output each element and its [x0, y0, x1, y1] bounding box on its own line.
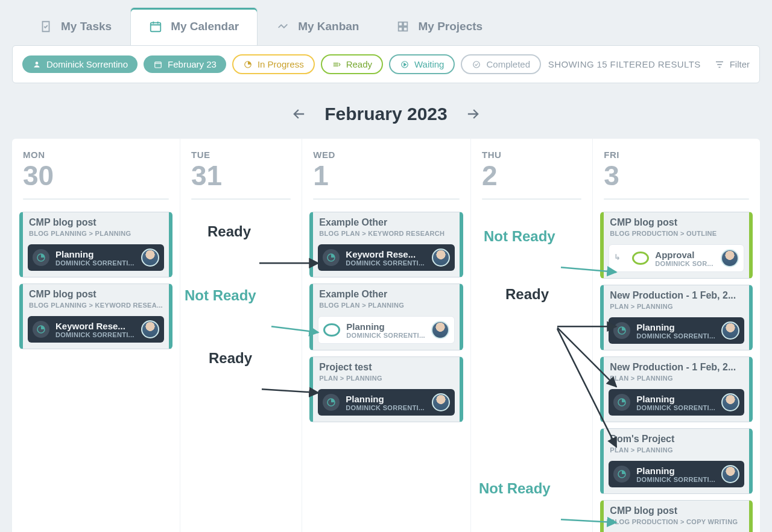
- card-title: New Production - 1 Feb, 2...: [610, 290, 743, 301]
- card-title: Dom's Project: [610, 434, 743, 445]
- next-month-button[interactable]: [464, 106, 481, 122]
- assignee-avatar: [431, 321, 449, 339]
- task-row[interactable]: Approval DOMINICK SOR...: [609, 244, 744, 272]
- card-breadcrumb: BLOG PLANNING > PLANNING: [29, 230, 163, 237]
- card-title: CMP blog post: [610, 505, 743, 516]
- status-inprogress-icon: [33, 321, 49, 338]
- day-of-week: FRI: [604, 150, 749, 160]
- pill-label: Completed: [486, 59, 530, 69]
- projects-icon: [396, 20, 410, 33]
- tab-my-projects[interactable]: My Projects: [378, 7, 501, 45]
- status-inprogress-icon: [613, 466, 630, 483]
- card-title: CMP blog post: [610, 217, 743, 228]
- filter-bar: Dominick Sorrentino February 23 In Progr…: [12, 45, 760, 83]
- task-name: Planning: [636, 322, 715, 332]
- results-count: SHOWING 15 FILTERED RESULTS: [548, 59, 701, 69]
- filter-user-pill[interactable]: Dominick Sorrentino: [22, 55, 138, 73]
- task-card[interactable]: New Production - 1 Feb, 2... PLAN > PLAN…: [600, 285, 753, 350]
- task-assignee: DOMINICK SORRENTI...: [55, 331, 135, 338]
- task-assignee: DOMINICK SORRENTI...: [636, 332, 715, 340]
- tab-my-tasks[interactable]: My Tasks: [21, 7, 130, 45]
- task-name: Approval: [655, 250, 715, 260]
- day-divider: [313, 198, 460, 200]
- completed-icon: [472, 60, 481, 69]
- calendar-column: FRI 3 CMP blog post BLOG PRODUCTION > OU…: [592, 139, 760, 532]
- top-tabs: My Tasks My Calendar My Kanban My Projec…: [0, 0, 772, 45]
- filter-inprogress-pill[interactable]: In Progress: [232, 54, 315, 74]
- task-name: Planning: [55, 249, 135, 259]
- waiting-icon: [400, 60, 410, 69]
- task-row[interactable]: Planning DOMINICK SORRENTI...: [609, 461, 744, 487]
- dependency-icon: [614, 252, 626, 264]
- task-assignee: DOMINICK SORRENTI...: [636, 404, 715, 411]
- svg-rect-0: [151, 23, 161, 32]
- day-number: 1: [313, 161, 460, 190]
- task-row[interactable]: Planning DOMINICK SORRENTI...: [609, 317, 744, 344]
- task-card[interactable]: Dom's Project PLAN > PLANNINGPlanning DO…: [600, 428, 753, 494]
- svg-point-9: [473, 61, 480, 68]
- card-title: Example Other: [319, 289, 454, 300]
- filter-completed-pill[interactable]: Completed: [461, 54, 541, 74]
- task-card[interactable]: Project test PLAN > PLANNINGPlanning DOM…: [309, 356, 463, 422]
- task-row[interactable]: Keyword Rese... DOMINICK SORRENTI...: [318, 244, 455, 271]
- task-card[interactable]: New Production - 1 Feb, 2... PLAN > PLAN…: [600, 356, 753, 422]
- task-assignee: DOMINICK SORRENTI...: [55, 259, 135, 267]
- day-number: 3: [604, 161, 749, 190]
- task-row[interactable]: Planning DOMINICK SORRENTI...: [28, 244, 164, 271]
- task-name: Keyword Rese...: [346, 249, 426, 259]
- svg-rect-6: [155, 62, 162, 67]
- task-row[interactable]: Planning DOMINICK SORRENTI...: [318, 389, 455, 416]
- pill-label: February 23: [168, 59, 217, 69]
- task-card[interactable]: CMP blog post BLOG PRODUCTION > COPY WRI…: [600, 500, 753, 532]
- card-breadcrumb: BLOG PLAN > PLANNING: [319, 302, 454, 309]
- assignee-avatar: [721, 321, 739, 340]
- task-row[interactable]: Planning DOMINICK SORRENTI...: [318, 316, 455, 344]
- calendar-grid: MON 30 CMP blog post BLOG PLANNING > PLA…: [12, 139, 760, 532]
- tab-my-calendar[interactable]: My Calendar: [130, 7, 258, 45]
- filter-button-label: Filter: [730, 59, 750, 69]
- task-row[interactable]: Keyword Rese... DOMINICK SORRENTI...: [28, 316, 164, 343]
- task-name: Planning: [636, 466, 715, 476]
- day-divider: [482, 198, 581, 200]
- day-of-week: TUE: [191, 150, 291, 160]
- task-name: Keyword Rese...: [55, 321, 135, 331]
- filter-waiting-pill[interactable]: Waiting: [389, 54, 455, 74]
- card-breadcrumb: BLOG PRODUCTION > OUTLINE: [610, 230, 743, 237]
- assignee-avatar: [141, 320, 159, 338]
- card-title: New Production - 1 Feb, 2...: [610, 362, 743, 373]
- pill-label: Dominick Sorrentino: [46, 59, 128, 69]
- task-name: Planning: [346, 394, 426, 404]
- status-inprogress-icon: [323, 249, 340, 266]
- card-title: CMP blog post: [29, 289, 163, 300]
- task-row[interactable]: Planning DOMINICK SORRENTI...: [609, 389, 744, 416]
- tab-my-kanban[interactable]: My Kanban: [258, 7, 378, 45]
- filter-button[interactable]: Filter: [714, 59, 750, 70]
- calendar-column: TUE 31: [180, 139, 302, 532]
- filter-ready-pill[interactable]: Ready: [321, 54, 383, 74]
- prev-month-button[interactable]: [291, 106, 308, 122]
- filter-date-pill[interactable]: February 23: [144, 55, 226, 73]
- day-header: TUE 31: [180, 139, 302, 206]
- month-title: February 2023: [324, 104, 447, 124]
- svg-rect-3: [399, 27, 402, 31]
- day-header: WED 1: [302, 139, 470, 206]
- task-card[interactable]: Example Other BLOG PLAN > KEYWORD RESEAR…: [309, 212, 463, 277]
- task-card[interactable]: CMP blog post BLOG PLANNING > PLANNINGPl…: [19, 212, 172, 277]
- card-breadcrumb: PLAN > PLANNING: [319, 375, 454, 382]
- day-header: THU 2: [471, 139, 592, 206]
- assignee-avatar: [721, 465, 739, 483]
- progress-icon: [243, 60, 253, 69]
- task-card[interactable]: Example Other BLOG PLAN > PLANNINGPlanni…: [309, 283, 463, 350]
- pill-label: In Progress: [258, 59, 304, 69]
- task-name: Planning: [636, 394, 715, 404]
- day-divider: [23, 198, 169, 200]
- calendar-column: WED 1 Example Other BLOG PLAN > KEYWORD …: [302, 139, 470, 532]
- month-header: February 2023: [0, 83, 772, 139]
- calendar-column: THU 2: [470, 139, 592, 532]
- day-header: FRI 3: [593, 139, 760, 206]
- task-card[interactable]: CMP blog post BLOG PLANNING > KEYWORD RE…: [19, 283, 172, 349]
- day-number: 30: [23, 161, 169, 190]
- task-card[interactable]: CMP blog post BLOG PRODUCTION > OUTLINEA…: [600, 212, 753, 279]
- task-assignee: DOMINICK SORRENTI...: [636, 476, 715, 483]
- task-assignee: DOMINICK SORRENTI...: [346, 332, 425, 339]
